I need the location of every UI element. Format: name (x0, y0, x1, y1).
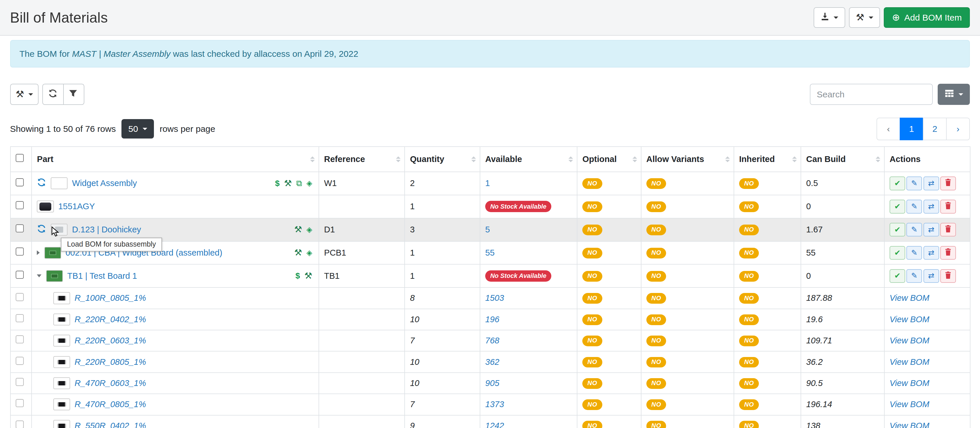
edit-button[interactable]: ✎ (906, 177, 922, 190)
part-thumbnail[interactable] (46, 270, 63, 282)
row-checkbox[interactable] (16, 378, 24, 387)
refresh-button[interactable] (42, 84, 64, 105)
part-thumbnail[interactable] (53, 335, 70, 347)
column-header-reference[interactable]: Reference (319, 146, 405, 172)
available-link[interactable]: 1 (485, 178, 490, 188)
part-thumbnail[interactable] (53, 377, 70, 389)
part-link[interactable]: R_220R_0402_1% (75, 315, 146, 324)
pagination-page-1[interactable]: 1 (900, 118, 923, 140)
part-link[interactable]: 1551AGY (58, 202, 95, 211)
view-bom-link[interactable]: View BOM (889, 357, 929, 367)
substitute-button[interactable]: ⇄ (923, 269, 939, 283)
part-link[interactable]: R_550R_0402_1% (75, 421, 146, 428)
row-checkbox[interactable] (16, 293, 24, 301)
part-link[interactable]: D.123 | Doohickey (72, 225, 141, 234)
available-link[interactable]: 1373 (485, 399, 504, 409)
column-header-allow-variants[interactable]: Allow Variants (641, 146, 734, 172)
row-checkbox[interactable] (16, 201, 24, 210)
row-checkbox[interactable] (16, 224, 24, 233)
validate-button[interactable]: ✔ (889, 246, 905, 260)
column-header-quantity[interactable]: Quantity (405, 146, 480, 172)
row-checkbox[interactable] (16, 420, 24, 428)
part-thumbnail[interactable] (53, 313, 70, 325)
collapse-row-icon[interactable] (37, 274, 41, 277)
edit-button[interactable]: ✎ (906, 246, 922, 260)
column-header-can-build[interactable]: Can Build (801, 146, 885, 172)
row-checkbox[interactable] (16, 270, 24, 279)
filter-button[interactable] (63, 84, 84, 105)
edit-button[interactable]: ✎ (906, 200, 922, 213)
expand-row-icon[interactable] (37, 250, 40, 255)
part-link[interactable]: R_100R_0805_1% (75, 293, 146, 303)
validate-button[interactable]: ✔ (889, 177, 905, 190)
view-bom-link[interactable]: View BOM (889, 336, 929, 345)
select-all-checkbox[interactable] (16, 154, 24, 162)
part-thumbnail[interactable] (37, 200, 54, 212)
column-visibility-button[interactable] (938, 84, 970, 105)
table-actions-dropdown-button[interactable]: ⚒ (10, 84, 39, 105)
part-thumbnail[interactable] (53, 356, 70, 368)
row-checkbox[interactable] (16, 247, 24, 256)
available-link[interactable]: 196 (485, 315, 500, 324)
view-bom-link[interactable]: View BOM (889, 399, 929, 409)
delete-button[interactable] (940, 269, 956, 283)
available-link[interactable]: 5 (485, 225, 490, 234)
substitute-button[interactable]: ⇄ (923, 246, 939, 260)
row-checkbox[interactable] (16, 314, 24, 323)
export-dropdown-button[interactable] (814, 7, 845, 28)
bom-actions-dropdown-button[interactable]: ⚒ (849, 7, 880, 28)
part-link[interactable]: R_470R_0603_1% (75, 379, 146, 388)
available-link[interactable]: 1503 (485, 293, 504, 302)
pagination-page-2[interactable]: 2 (923, 118, 947, 140)
part-link[interactable]: R_220R_0805_1% (75, 357, 146, 367)
view-bom-link[interactable]: View BOM (889, 379, 929, 388)
sort-icon (396, 156, 401, 162)
part-thumbnail[interactable] (53, 420, 70, 428)
load-bom-icon[interactable] (37, 224, 46, 235)
part-link[interactable]: R_470R_0805_1% (75, 399, 146, 409)
available-link[interactable]: 768 (485, 336, 500, 345)
validate-button[interactable]: ✔ (889, 223, 905, 237)
part-thumbnail[interactable] (45, 247, 61, 259)
view-bom-link[interactable]: View BOM (889, 315, 929, 324)
add-bom-item-button[interactable]: ⊕ Add BOM Item (884, 7, 970, 28)
row-checkbox[interactable] (16, 399, 24, 408)
part-thumbnail[interactable] (51, 177, 68, 189)
pagination-prev[interactable]: ‹ (877, 118, 900, 140)
delete-button[interactable] (940, 246, 956, 260)
edit-button[interactable]: ✎ (906, 269, 922, 283)
part-link[interactable]: Widget Assembly (72, 178, 137, 188)
delete-button[interactable] (940, 200, 956, 213)
delete-button[interactable] (940, 223, 956, 237)
row-checkbox[interactable] (16, 335, 24, 344)
column-header-available[interactable]: Available (480, 146, 577, 172)
delete-button[interactable] (940, 177, 956, 190)
available-link[interactable]: 55 (485, 248, 495, 257)
load-bom-icon[interactable] (37, 178, 46, 189)
column-header-optional[interactable]: Optional (577, 146, 641, 172)
part-thumbnail[interactable] (53, 292, 70, 304)
available-link[interactable]: 905 (485, 379, 500, 388)
available-link[interactable]: 362 (485, 357, 500, 367)
optional-badge: NO (582, 271, 602, 282)
part-thumbnail[interactable] (53, 398, 70, 410)
validate-button[interactable]: ✔ (889, 200, 905, 213)
page-size-dropdown[interactable]: 50 (121, 119, 154, 138)
substitute-button[interactable]: ⇄ (923, 177, 939, 190)
part-link[interactable]: TB1 | Test Board 1 (67, 271, 137, 281)
substitute-button[interactable]: ⇄ (923, 200, 939, 213)
part-link[interactable]: R_220R_0603_1% (75, 336, 146, 345)
row-checkbox[interactable] (16, 356, 24, 365)
row-checkbox[interactable] (16, 178, 24, 187)
search-input[interactable] (810, 84, 933, 105)
can-build-cell: 0 (801, 195, 885, 218)
pagination-next[interactable]: › (946, 118, 970, 140)
column-header-inherited[interactable]: Inherited (734, 146, 801, 172)
validate-button[interactable]: ✔ (889, 269, 905, 283)
substitute-button[interactable]: ⇄ (923, 223, 939, 237)
view-bom-link[interactable]: View BOM (889, 421, 929, 428)
view-bom-link[interactable]: View BOM (889, 293, 929, 302)
edit-button[interactable]: ✎ (906, 223, 922, 237)
column-header-part[interactable]: Part (32, 146, 319, 172)
available-link[interactable]: 1242 (485, 421, 504, 428)
